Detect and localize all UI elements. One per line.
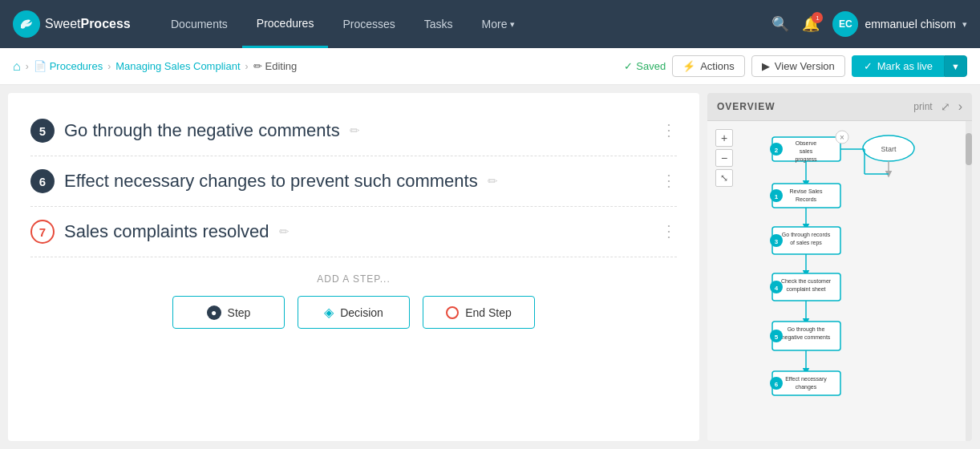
lightning-icon: ⚡ [682,60,695,72]
svg-text:1: 1 [775,193,779,200]
avatar: EC [832,11,858,37]
breadcrumb-page[interactable]: Managing Sales Compliant [115,60,240,72]
step-number-6: 6 [30,169,55,193]
notification-button[interactable]: 🔔 1 [802,15,820,33]
add-step-label: ADD A STEP... [30,273,677,285]
scrollbar-thumb[interactable] [966,133,972,165]
svg-text:negative comments: negative comments [782,334,831,341]
nav-items: Documents Procedures Processes Tasks Mor… [156,0,529,48]
svg-text:4: 4 [775,285,779,292]
svg-text:Start: Start [881,145,897,153]
view-version-button[interactable]: ▶ View Version [751,55,845,77]
mark-as-live-dropdown[interactable]: ▼ [944,55,967,77]
logo-icon [13,10,40,38]
home-icon[interactable]: ⌂ [13,59,21,74]
step-dot-icon: ● [207,305,221,320]
diagram-controls: + − ⤡ [715,129,733,187]
notification-badge: 1 [812,12,823,23]
add-step-button[interactable]: ● Step [172,296,285,329]
search-button[interactable]: 🔍 [771,15,789,33]
step-edit-icon-6[interactable]: ✏ [488,174,498,188]
svg-text:complaint sheet: complaint sheet [786,286,825,293]
logo[interactable]: SweetProcess [13,10,137,38]
step-item-7: 7 Sales complaints resolved ✏ ⋮ [30,207,677,257]
svg-text:Records: Records [796,196,817,202]
nav-right: 🔍 🔔 1 EC emmanuel chisom ▾ [771,11,967,37]
breadcrumb-item-procedures[interactable]: 📄 Procedures [34,60,103,72]
add-end-step-button[interactable]: End Step [423,296,535,329]
left-panel: 5 Go through the negative comments ✏ ⋮ 6… [8,93,699,441]
overview-body: + − ⤡ Start Observe sales progress 2 × [707,121,972,441]
zoom-out-button[interactable]: − [715,149,733,167]
user-name: emmanuel chisom [865,18,956,30]
check-icon: ✓ [624,60,633,72]
add-step-buttons: ● Step ◈ Decision End Step [30,296,677,329]
right-panel: OVERVIEW print ⤢ › + − ⤡ Start Observe [707,93,972,441]
user-chevron-icon: ▾ [962,19,967,30]
step-title-5: Go through the negative comments [64,120,340,141]
step-number-5: 5 [30,119,55,143]
expand-icon[interactable]: ⤢ [941,100,950,113]
svg-text:Check the customer: Check the customer [781,278,832,284]
actions-button[interactable]: ⚡ Actions [672,55,745,77]
overview-chevron-icon[interactable]: › [958,99,962,114]
diamond-icon: ◈ [324,305,334,320]
top-nav: SweetProcess Documents Procedures Proces… [0,0,980,48]
nav-item-more[interactable]: More ▾ [468,0,530,48]
edit-icon: ✏ [253,60,262,72]
step-item-5: 5 Go through the negative comments ✏ ⋮ [30,106,677,156]
document-icon: 📄 [34,60,47,72]
step-menu-6[interactable]: ⋮ [661,171,677,190]
check-live-icon: ✓ [864,60,873,72]
mark-as-live-group: ✓ Mark as live ▼ [852,55,967,77]
step-edit-icon-5[interactable]: ✏ [350,123,360,138]
step-edit-icon-7[interactable]: ✏ [279,224,290,239]
overview-title: OVERVIEW [717,101,775,112]
svg-text:Effect necessary: Effect necessary [785,376,827,382]
step-item-6: 6 Effect necessary changes to prevent su… [30,156,677,207]
saved-indicator: ✓ Saved [624,60,666,72]
mark-as-live-button[interactable]: ✓ Mark as live [852,55,944,77]
overview-header: OVERVIEW print ⤢ › [707,93,972,121]
print-button[interactable]: print [913,101,932,112]
svg-text:Go through records: Go through records [782,232,831,238]
step-title-6: Effect necessary changes to prevent such… [64,171,478,192]
breadcrumb-editing: ✏ Editing [253,60,298,72]
add-step-section: ADD A STEP... ● Step ◈ Decision End Step [30,257,677,337]
breadcrumb-bar: ⌂ › 📄 Procedures › Managing Sales Compli… [0,48,980,85]
logo-bird-icon [18,15,35,33]
svg-text:of sales reps: of sales reps [790,240,822,246]
step-number-7: 7 [30,220,55,244]
nav-item-documents[interactable]: Documents [156,0,242,48]
svg-text:2: 2 [775,147,779,154]
breadcrumb-sep-2: › [107,61,111,72]
svg-point-0 [28,20,30,22]
scrollbar-track[interactable] [966,121,972,441]
svg-text:changes: changes [796,384,817,390]
svg-text:Observe: Observe [796,140,817,146]
step-menu-5[interactable]: ⋮ [661,120,677,140]
svg-text:sales: sales [800,148,813,154]
play-icon: ▶ [762,60,770,72]
step-title-7: Sales complaints resolved [64,221,269,242]
svg-text:Go through the: Go through the [788,326,825,333]
zoom-in-button[interactable]: + [715,129,733,147]
svg-text:×: × [840,133,844,142]
breadcrumb-sep-1: › [26,61,29,72]
svg-text:5: 5 [775,334,779,341]
main-content: 5 Go through the negative comments ✏ ⋮ 6… [0,85,980,449]
nav-item-tasks[interactable]: Tasks [410,0,468,48]
fit-button[interactable]: ⤡ [715,169,733,187]
flow-diagram: Start Observe sales progress 2 × [736,124,972,441]
step-menu-7[interactable]: ⋮ [661,221,677,241]
more-chevron-icon: ▾ [510,19,515,30]
add-decision-button[interactable]: ◈ Decision [298,296,410,329]
svg-text:3: 3 [775,238,779,245]
user-area[interactable]: EC emmanuel chisom ▾ [832,11,967,37]
svg-text:Revise Sales: Revise Sales [790,188,823,194]
end-circle-icon [446,306,459,319]
overview-controls: print ⤢ › [913,99,962,114]
nav-item-processes[interactable]: Processes [328,0,409,48]
logo-text: SweetProcess [45,17,131,31]
nav-item-procedures[interactable]: Procedures [242,0,329,48]
